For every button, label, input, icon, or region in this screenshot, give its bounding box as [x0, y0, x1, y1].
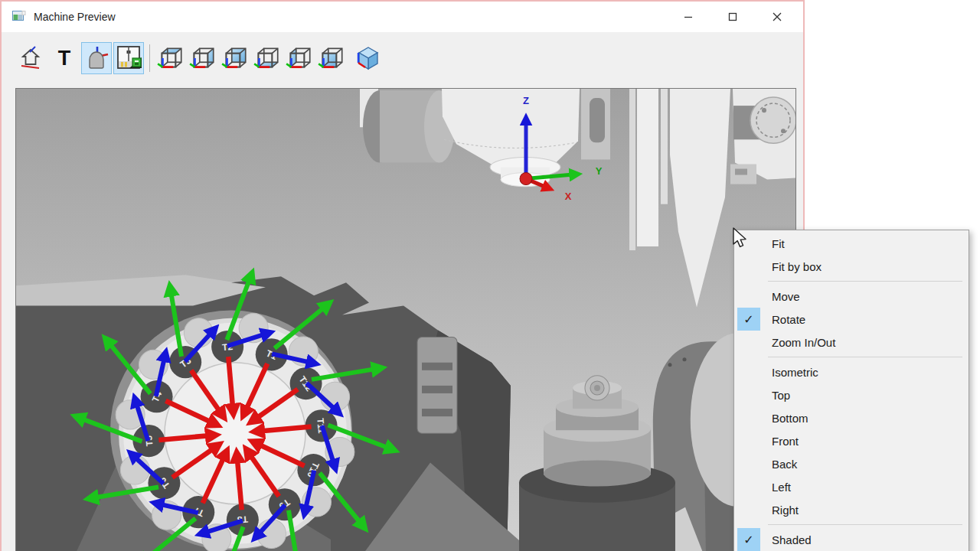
shaded-iso-cube-icon [354, 44, 381, 72]
maximize-icon [728, 12, 737, 21]
home-isometric-view-button[interactable] [17, 42, 47, 74]
view-cube-left-icon [285, 44, 314, 72]
title-bar[interactable]: Machine Preview [2, 2, 803, 32]
menu-item-front[interactable]: Front [734, 429, 969, 452]
close-icon [773, 12, 782, 21]
minimize-icon [684, 12, 693, 21]
show-tool-button[interactable] [81, 42, 112, 74]
toolbar-separator [149, 44, 150, 72]
menu-item-left[interactable]: Left [734, 475, 969, 498]
menu-item-rotate[interactable]: Rotate [734, 308, 969, 331]
tool-labels-icon: T [58, 48, 71, 69]
menu-separator [768, 357, 962, 357]
machine-preview-window: Machine Preview T [0, 0, 805, 551]
show-machine-icon [114, 44, 143, 72]
axis-label-y: Y [596, 165, 603, 177]
checkmark-icon [737, 308, 760, 331]
axis-label-z: Z [523, 95, 529, 106]
view-toolbar: T [2, 32, 803, 84]
view-shaded-isometric-button[interactable] [352, 42, 383, 74]
view-cube-right-icon [188, 44, 217, 72]
menu-separator [768, 281, 962, 282]
menu-item-bottom[interactable]: Bottom [734, 406, 969, 429]
view-cube-top-icon [156, 44, 185, 72]
menu-item-fit-by-box[interactable]: Fit by box [734, 255, 969, 278]
menu-item-zoom-in-out[interactable]: Zoom In/Out [734, 331, 969, 354]
menu-separator [768, 524, 962, 525]
view-cube-back-icon [220, 44, 250, 72]
menu-item-top[interactable]: Top [734, 383, 969, 406]
close-button[interactable] [755, 2, 799, 32]
machine-scene: T1T2T3T4T5T6T7T8T9T10T11T12 [16, 89, 795, 551]
view-cube-front-icon [317, 44, 346, 72]
show-machine-button[interactable] [113, 42, 144, 74]
menu-item-move[interactable]: Move [734, 285, 969, 308]
view-back-button[interactable] [220, 42, 250, 74]
view-bottom-button[interactable] [252, 42, 283, 74]
menu-item-back[interactable]: Back [734, 452, 969, 475]
machine-3d-viewport[interactable]: T1T2T3T4T5T6T7T8T9T10T11T12 [15, 88, 796, 551]
view-front-button[interactable] [316, 42, 347, 74]
view-top-button[interactable] [155, 42, 186, 74]
menu-item-shaded[interactable]: Shaded [734, 528, 969, 551]
window-title: Machine Preview [34, 11, 116, 23]
minimize-button[interactable] [666, 2, 710, 32]
menu-item-isometric[interactable]: Isometric [734, 360, 969, 383]
menu-item-right[interactable]: Right [734, 498, 969, 521]
view-right-button[interactable] [188, 42, 218, 74]
view-cube-bottom-icon [253, 44, 282, 72]
app-window-icon [12, 11, 26, 23]
checkmark-icon [737, 528, 760, 551]
viewport-context-menu: Fit Fit by box Move Rotate Zoom In/Out I… [733, 230, 969, 551]
show-tool-icon [83, 44, 110, 72]
view-left-button[interactable] [284, 42, 315, 74]
tool-labels-button[interactable]: T [49, 42, 80, 74]
menu-item-fit[interactable]: Fit [734, 232, 969, 255]
axis-label-x: X [565, 191, 572, 202]
home-isometric-view-icon [19, 45, 45, 71]
maximize-button[interactable] [710, 2, 755, 32]
